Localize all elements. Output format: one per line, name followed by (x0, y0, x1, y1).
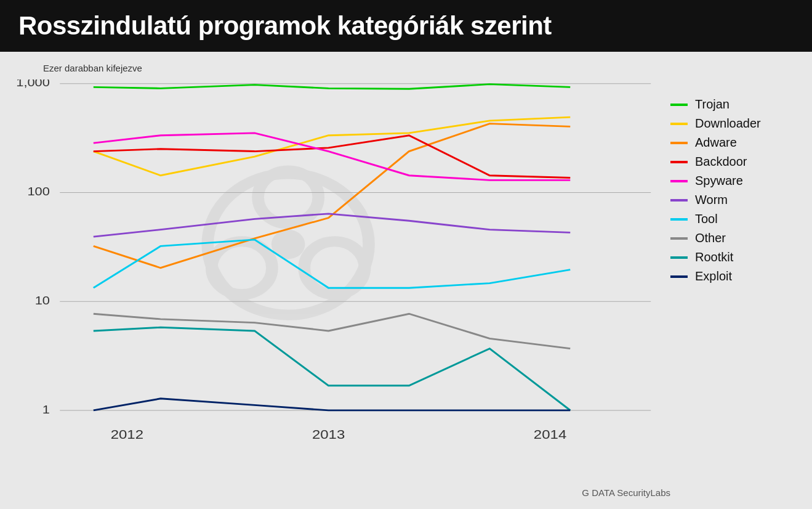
legend-item-downloader: Downloader (670, 114, 794, 133)
legend-label-trojan: Trojan (695, 97, 730, 112)
legend-color-spyware (670, 180, 688, 182)
legend-color-rootkit (670, 256, 688, 259)
legend-label-other: Other (695, 231, 726, 245)
legend-color-downloader (670, 123, 688, 125)
legend-item-rootkit: Rootkit (670, 248, 794, 267)
legend-label-downloader: Downloader (695, 116, 761, 131)
page-title: Rosszindulatú programok kategóriák szeri… (0, 0, 812, 52)
legend-label-adware: Adware (695, 136, 737, 150)
svg-text:10: 10 (35, 293, 50, 306)
legend-label-exploit: Exploit (695, 269, 732, 283)
legend-color-worm (670, 199, 688, 202)
chart-legend: Trojan Downloader Adware Backdoor Spywar… (664, 58, 800, 499)
chart-canvas: 1,000 100 10 1 2012 2013 2014 (6, 79, 664, 462)
legend-color-other (670, 237, 688, 240)
svg-text:1: 1 (42, 402, 50, 415)
svg-text:1,000: 1,000 (16, 79, 50, 89)
page-container: Rosszindulatú programok kategóriák szeri… (0, 0, 812, 509)
watermark: G DATA SecurityLabs (582, 487, 670, 498)
chart-left: Ezer darabban kifejezve (6, 58, 664, 499)
chart-area: Ezer darabban kifejezve (0, 52, 812, 505)
legend-label-spyware: Spyware (695, 174, 743, 188)
legend-item-tool: Tool (670, 210, 794, 229)
svg-text:2013: 2013 (312, 427, 345, 441)
legend-item-adware: Adware (670, 133, 794, 152)
legend-label-tool: Tool (695, 212, 718, 226)
legend-color-adware (670, 142, 688, 144)
legend-color-tool (670, 218, 688, 221)
legend-item-trojan: Trojan (670, 95, 794, 114)
legend-item-other: Other (670, 229, 794, 248)
legend-label-backdoor: Backdoor (695, 155, 747, 169)
legend-color-trojan (670, 104, 688, 106)
chart-svg: 1,000 100 10 1 2012 2013 2014 (6, 79, 664, 462)
legend-item-exploit: Exploit (670, 267, 794, 286)
legend-color-backdoor (670, 161, 688, 163)
legend-item-backdoor: Backdoor (670, 152, 794, 171)
legend-color-exploit (670, 275, 688, 278)
svg-text:100: 100 (27, 185, 49, 198)
legend-item-worm: Worm (670, 190, 794, 210)
legend-label-worm: Worm (695, 193, 728, 207)
svg-text:2014: 2014 (534, 427, 566, 441)
svg-text:2012: 2012 (111, 427, 143, 441)
svg-point-2 (304, 242, 364, 295)
legend-label-rootkit: Rootkit (695, 250, 733, 264)
legend-item-spyware: Spyware (670, 171, 794, 190)
y-axis-label: Ezer darabban kifejezve (6, 58, 664, 73)
